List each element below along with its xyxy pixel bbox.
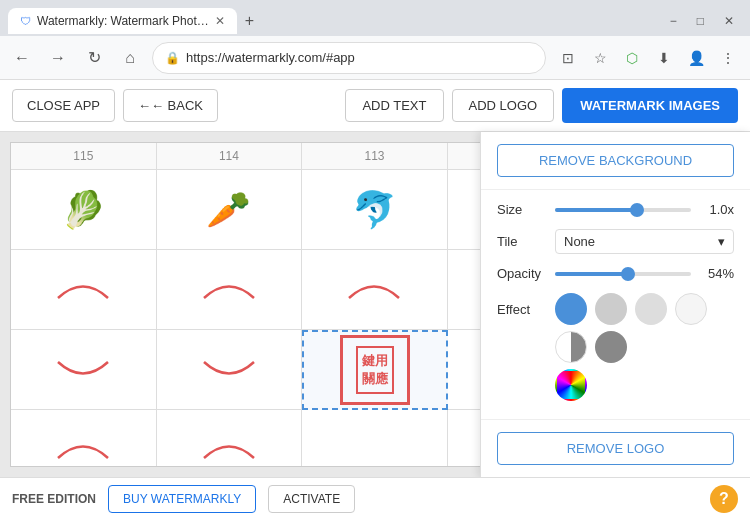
effect-dark-gray-circle[interactable] [595, 331, 627, 363]
opacity-slider[interactable] [555, 272, 691, 276]
browser-tab[interactable]: 🛡 Watermarkly: Watermark Phot… ✕ [8, 8, 237, 34]
remove-logo-button[interactable]: REMOVE LOGO [497, 432, 734, 465]
effect-label: Effect [497, 302, 547, 317]
add-logo-button[interactable]: ADD LOGO [452, 89, 555, 122]
tab-shield-icon: 🛡 [20, 15, 31, 27]
grid-cell-3-1[interactable] [11, 330, 157, 410]
address-bar[interactable]: 🔒 https://watermarkly.com/#app [152, 42, 546, 74]
panel-remove-bg-section: REMOVE BACKGROUND [481, 132, 750, 190]
size-control-row: Size 1.0x [497, 202, 734, 217]
remove-background-button[interactable]: REMOVE BACKGROUND [497, 144, 734, 177]
effect-white-circle[interactable] [675, 293, 707, 325]
maximize-button[interactable]: □ [697, 14, 704, 28]
back-button[interactable]: ← ← BACK [123, 89, 218, 122]
nav-icons: ⊡ ☆ ⬡ ⬇ 👤 ⋮ [554, 44, 742, 72]
arc-icon [199, 280, 259, 300]
grid-cell-1-2[interactable]: 🥕 [157, 170, 303, 250]
back-nav-button[interactable]: ← [8, 44, 36, 72]
add-text-button[interactable]: ADD TEXT [345, 89, 443, 122]
app-content: 115 114 113 112 111 🥬 🥕 🐬 🐾 🐻 [0, 132, 750, 477]
buy-watermarkly-button[interactable]: BUY WATERMARKLY [108, 485, 256, 513]
effect-gray-circle[interactable] [595, 293, 627, 325]
arc-icon-inverted [53, 360, 113, 380]
grid-cell-2-2[interactable] [157, 250, 303, 330]
size-slider-fill [555, 208, 637, 212]
window-controls: − □ ✕ [670, 14, 742, 28]
download-icon[interactable]: ⬇ [650, 44, 678, 72]
browser-chrome: 🛡 Watermarkly: Watermark Phot… ✕ + − □ ✕… [0, 0, 750, 80]
edition-label: FREE EDITION [12, 492, 96, 506]
tile-label: Tile [497, 234, 547, 249]
size-label: Size [497, 202, 547, 217]
forward-nav-button[interactable]: → [44, 44, 72, 72]
profile-icon[interactable]: 👤 [682, 44, 710, 72]
grid-cell-1-3[interactable]: 🐬 [302, 170, 448, 250]
activate-button[interactable]: ACTIVATE [268, 485, 355, 513]
effects-area: Effect [481, 293, 750, 401]
address-url: https://watermarkly.com/#app [186, 50, 355, 65]
opacity-slider-fill [555, 272, 628, 276]
cell-image-leafy: 🥬 [61, 192, 106, 228]
effect-row-1: Effect [497, 293, 734, 325]
close-app-button[interactable]: CLOSE APP [12, 89, 115, 122]
minimize-button[interactable]: − [670, 14, 677, 28]
grid-cell-2-1[interactable] [11, 250, 157, 330]
arc-icon [344, 280, 404, 300]
col-header-114: 114 [157, 143, 303, 169]
stamp-logo: 鍵用 關應 [340, 335, 410, 405]
effect-rainbow-circle[interactable] [555, 369, 587, 401]
cell-image-dolphin: 🐬 [352, 192, 397, 228]
size-slider-thumb[interactable] [630, 203, 644, 217]
opacity-control-row: Opacity 54% [497, 266, 734, 281]
back-arrow-icon: ← [138, 98, 151, 113]
grid-cell-4-1[interactable] [11, 410, 157, 467]
size-value: 1.0x [699, 202, 734, 217]
cast-icon[interactable]: ⊡ [554, 44, 582, 72]
tab-title: Watermarkly: Watermark Phot… [37, 14, 209, 28]
app-toolbar: CLOSE APP ← ← BACK ADD TEXT ADD LOGO WAT… [0, 80, 750, 132]
effect-row-2 [555, 331, 734, 363]
tab-close-icon[interactable]: ✕ [215, 14, 225, 28]
grid-cell-1-1[interactable]: 🥬 [11, 170, 157, 250]
extensions-icon[interactable]: ⬡ [618, 44, 646, 72]
opacity-value: 54% [699, 266, 734, 281]
effect-blue-circle[interactable] [555, 293, 587, 325]
grid-cell-4-3[interactable] [302, 410, 448, 467]
tile-control-row: Tile None ▾ [497, 229, 734, 254]
col-header-113: 113 [302, 143, 448, 169]
tab-bar: 🛡 Watermarkly: Watermark Phot… ✕ + − □ ✕ [0, 0, 750, 36]
settings-icon[interactable]: ⋮ [714, 44, 742, 72]
grid-cell-2-3[interactable] [302, 250, 448, 330]
effect-circles-row1 [555, 293, 707, 325]
close-window-button[interactable]: ✕ [724, 14, 734, 28]
size-slider[interactable] [555, 208, 691, 212]
arc-icon [199, 440, 259, 460]
effect-light-gray-circle[interactable] [635, 293, 667, 325]
watermark-images-button[interactable]: WATERMARK IMAGES [562, 88, 738, 123]
refresh-button[interactable]: ↻ [80, 44, 108, 72]
lock-icon: 🔒 [165, 51, 180, 65]
back-label: ← BACK [151, 98, 203, 113]
opacity-slider-thumb[interactable] [621, 267, 635, 281]
panel-remove-logo-section: REMOVE LOGO [481, 419, 750, 477]
arc-icon [53, 280, 113, 300]
home-button[interactable]: ⌂ [116, 44, 144, 72]
effect-row-3 [555, 369, 734, 401]
panel-controls: Size 1.0x Tile None ▾ Opacit [481, 190, 750, 293]
tile-chevron-icon: ▾ [718, 234, 725, 249]
opacity-slider-track[interactable] [555, 272, 691, 276]
side-panel: REMOVE BACKGROUND Size 1.0x Tile None [480, 132, 750, 477]
arc-icon-inverted [199, 360, 259, 380]
effect-half-circle[interactable] [555, 331, 587, 363]
tile-select[interactable]: None ▾ [555, 229, 734, 254]
bottom-bar: FREE EDITION BUY WATERMARKLY ACTIVATE ? [0, 477, 750, 519]
help-button[interactable]: ? [710, 485, 738, 513]
new-tab-button[interactable]: + [237, 8, 262, 34]
grid-cell-4-2[interactable] [157, 410, 303, 467]
grid-cell-3-2[interactable] [157, 330, 303, 410]
bookmark-icon[interactable]: ☆ [586, 44, 614, 72]
col-header-115: 115 [11, 143, 157, 169]
size-slider-track[interactable] [555, 208, 691, 212]
grid-cell-3-3[interactable]: 鍵用 關應 [302, 330, 448, 410]
nav-bar: ← → ↻ ⌂ 🔒 https://watermarkly.com/#app ⊡… [0, 36, 750, 80]
